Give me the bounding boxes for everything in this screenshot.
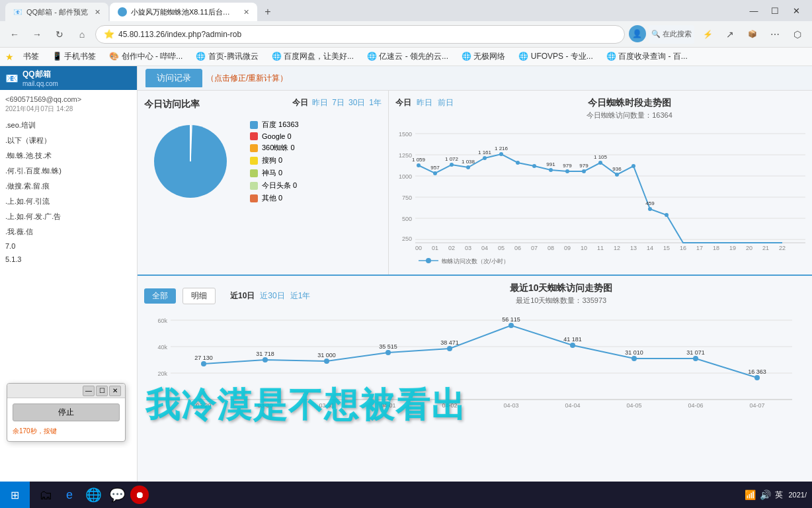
refresh-button[interactable]: ↻ — [50, 25, 69, 44]
bookmark-bookmarks[interactable]: 书签 — [19, 50, 43, 64]
url-box[interactable]: ⭐ 45.80.113.26/index.php?admin-rob — [95, 25, 625, 44]
legend-item-other: 其他 0 — [250, 193, 299, 203]
bookmark-yisu[interactable]: 🌐 亿速云 - 领先的云... — [363, 50, 452, 64]
spider-line-chart: 1500 1250 1000 750 500 250 00 01 02 03 0… — [395, 127, 805, 266]
legend-item-360: 360蜘蛛 0 — [250, 143, 299, 153]
period-tab-1y[interactable]: 近1年 — [290, 290, 311, 302]
period-tab-30d[interactable]: 近30日 — [260, 290, 284, 302]
svg-text:459: 459 — [645, 200, 655, 206]
start-button[interactable]: ⊞ — [0, 482, 30, 508]
email-item-9[interactable]: 7.0 — [5, 241, 132, 251]
bookmark-ufovps[interactable]: 🌐 UFOVPS - 专业... — [514, 50, 596, 64]
window-minimize-button[interactable]: — — [743, 0, 764, 21]
tab-admin-label: 小旋风万能蜘蛛池X8.11后台管理 — [131, 7, 237, 17]
new-tab-button[interactable]: + — [259, 3, 277, 21]
email-item-6[interactable]: .上.如.何.引流 — [5, 195, 132, 208]
svg-text:04-03: 04-03 — [503, 402, 518, 409]
tab-admin[interactable]: 小旋风万能蜘蛛池X8.11后台管理 ✕ — [110, 3, 257, 21]
home-button[interactable]: ⌂ — [73, 25, 91, 44]
bookmark-phone[interactable]: 📱 手机书签 — [48, 50, 100, 64]
taskbar-record[interactable]: ⏺ — [130, 486, 149, 504]
svg-point-49 — [582, 169, 586, 173]
email-item-10[interactable]: 5.1.3 — [5, 254, 132, 265]
svg-point-45 — [516, 161, 520, 165]
svg-text:13: 13 — [630, 245, 637, 251]
user-profile-button[interactable]: 👤 — [629, 25, 646, 42]
email-item-3[interactable]: .蜘.蛛.池.技.术 — [5, 149, 132, 162]
bookmark-wuji[interactable]: 🌐 无极网络 — [458, 50, 509, 64]
window-close-button[interactable]: ✕ — [786, 0, 807, 21]
detail-tab-button[interactable]: 明细 — [183, 288, 216, 304]
taskbar-file-explorer[interactable]: 🗂 — [35, 484, 56, 505]
time-tab-today[interactable]: 今日 — [292, 97, 308, 108]
svg-text:979: 979 — [563, 163, 572, 169]
tab-admin-close[interactable]: ✕ — [243, 8, 249, 17]
legend: 百度 16363 Google 0 360蜘蛛 0 — [250, 120, 299, 203]
time-tab-yesterday[interactable]: 昨日 — [312, 97, 328, 108]
forward-button[interactable]: → — [28, 25, 46, 44]
svg-text:11: 11 — [597, 245, 604, 251]
search-engine-button[interactable]: 🔍 在此搜索 — [649, 25, 694, 44]
share-button[interactable]: ↗ — [721, 25, 739, 44]
email-item-8[interactable]: .我.薇.信 — [5, 226, 132, 238]
svg-point-83 — [508, 323, 514, 328]
svg-text:04-06: 04-06 — [688, 402, 703, 409]
popup-body: 停止 余170秒，按键 — [7, 398, 125, 441]
svg-point-48 — [565, 169, 569, 173]
legend-item-shenma: 神马 0 — [250, 168, 299, 178]
collections-button[interactable]: 📦 — [743, 25, 762, 44]
email-item-5[interactable]: .做搜.索.留.痕 — [5, 180, 132, 192]
title-bar: 📧 QQ邮箱 - 邮件预览 ✕ 小旋风万能蜘蛛池X8.11后台管理 ✕ + — … — [0, 0, 812, 21]
tab-group: 📧 QQ邮箱 - 邮件预览 ✕ 小旋风万能蜘蛛池X8.11后台管理 ✕ + — [5, 0, 741, 21]
svg-text:1500: 1500 — [399, 131, 412, 138]
popup-close-button[interactable]: ✕ — [109, 386, 121, 396]
taskbar-browser-ie[interactable]: e — [59, 484, 80, 505]
bookmark-baidu-pan[interactable]: 🌐 百度网盘，让美好... — [268, 50, 358, 64]
popup-maximize-button[interactable]: ☐ — [96, 386, 108, 396]
chart-day-tab-today[interactable]: 今日 — [395, 97, 411, 108]
chart-day-tab-yesterday[interactable]: 昨日 — [417, 97, 432, 108]
window-maximize-button[interactable]: ☐ — [764, 0, 786, 21]
tab-email-close[interactable]: ✕ — [95, 8, 101, 17]
admin-tab-visit-record[interactable]: 访问记录 — [145, 69, 202, 87]
stop-button[interactable]: 停止 — [13, 403, 120, 421]
svg-text:21: 21 — [762, 245, 769, 251]
settings-button[interactable]: ⋯ — [766, 25, 784, 44]
tray-keyboard-icon: 英 — [775, 489, 783, 501]
period-tab-10d[interactable]: 近10日 — [230, 290, 255, 302]
svg-point-87 — [754, 375, 760, 380]
svg-text:18: 18 — [713, 245, 719, 251]
popup-minimize-button[interactable]: — — [83, 386, 95, 396]
svg-text:05: 05 — [498, 245, 505, 251]
time-tab-30day[interactable]: 30日 — [348, 97, 365, 108]
time-tab-7day[interactable]: 7日 — [332, 97, 345, 108]
svg-point-43 — [483, 156, 487, 160]
svg-text:06: 06 — [514, 245, 521, 251]
bookmark-baidu-index[interactable]: 🌐 百度收录查询 - 百... — [602, 50, 692, 64]
svg-point-82 — [447, 346, 452, 351]
email-item-1[interactable]: .seo.培训 — [5, 119, 132, 132]
svg-point-52 — [631, 164, 635, 168]
svg-text:00: 00 — [415, 245, 422, 251]
all-tab-button[interactable]: 全部 — [144, 288, 176, 304]
extensions-button[interactable]: ⚡ — [698, 25, 717, 44]
time-tab-1year[interactable]: 1年 — [369, 97, 382, 108]
svg-text:01: 01 — [432, 245, 438, 251]
email-item-2[interactable]: .以下（课程） — [5, 134, 132, 147]
svg-text:31 010: 31 010 — [625, 349, 643, 356]
bookmark-creation[interactable]: 🎨 创作中心 - 哔哔... — [105, 50, 186, 64]
svg-point-53 — [648, 207, 652, 211]
email-item-7[interactable]: .上.如.何.发.广.告 — [5, 210, 132, 223]
tab-email[interactable]: 📧 QQ邮箱 - 邮件预览 ✕ — [5, 3, 108, 21]
bookmark-tencent[interactable]: 🌐 首页-腾讯微云 — [192, 50, 262, 64]
email-item-4[interactable]: .何.引.百度.蜘.蛛) — [5, 165, 132, 177]
taskbar-qq[interactable]: 💬 — [106, 484, 128, 505]
fullscreen-button[interactable]: ⬡ — [788, 25, 807, 44]
legend-item-baidu: 百度 16363 — [250, 120, 299, 130]
legend-dot-360 — [250, 144, 258, 152]
taskbar-browser-edge[interactable]: 🌐 — [83, 484, 104, 505]
chart-day-tab-daybeforeyest[interactable]: 前日 — [438, 97, 454, 108]
recalc-link[interactable]: （点击修正/重新计算） — [206, 73, 288, 84]
email-subtitle: mail.qq.com — [22, 80, 58, 87]
back-button[interactable]: ← — [5, 25, 24, 44]
